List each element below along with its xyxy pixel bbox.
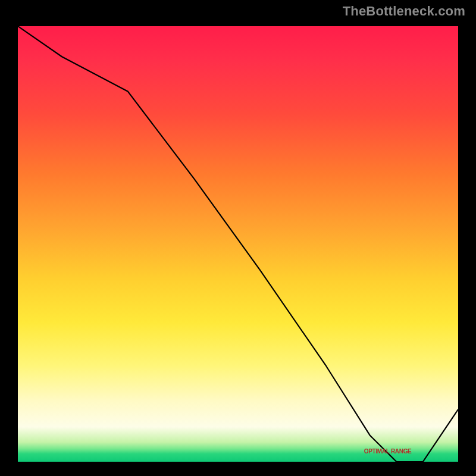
plot-area: OPTIMAL RANGE	[18, 26, 458, 462]
valley-label: OPTIMAL RANGE	[364, 447, 412, 454]
chart-stage: TheBottleneck.com OPTIMAL RANGE	[0, 0, 476, 476]
bottleneck-curve	[18, 26, 458, 462]
plot-frame: OPTIMAL RANGE	[12, 20, 464, 468]
watermark-text: TheBottleneck.com	[343, 4, 465, 19]
